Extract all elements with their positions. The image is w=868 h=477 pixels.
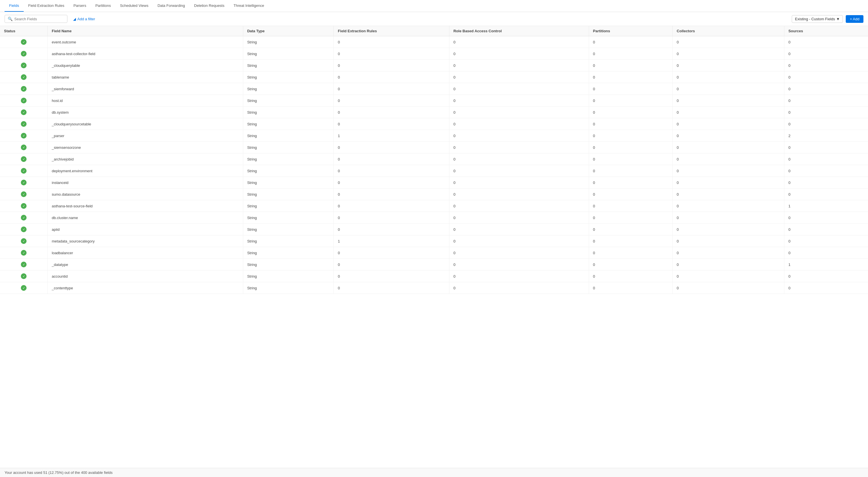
cell-fer: 1 (334, 235, 450, 247)
add-label: + Add (850, 17, 860, 21)
cell-rbac: 0 (449, 270, 589, 282)
cell-sources: 0 (784, 95, 868, 107)
cell-fer: 0 (334, 165, 450, 177)
active-icon: ✓ (21, 180, 27, 185)
col-header-partitions[interactable]: Partitions (589, 26, 673, 36)
table-row[interactable]: ✓ apiid String 0 0 0 0 0 (0, 223, 868, 235)
table-row[interactable]: ✓ _cloudquerytable String 0 0 0 0 0 (0, 60, 868, 71)
cell-status: ✓ (0, 212, 48, 223)
cell-status: ✓ (0, 83, 48, 95)
cell-datatype: String (243, 247, 334, 259)
table-row[interactable]: ✓ _archivejobid String 0 0 0 0 0 (0, 153, 868, 165)
table-row[interactable]: ✓ sumo.datasource String 0 0 0 0 0 (0, 188, 868, 200)
table-row[interactable]: ✓ asthana-test-source-field String 0 0 0… (0, 200, 868, 212)
cell-status: ✓ (0, 270, 48, 282)
add-button[interactable]: + Add (846, 15, 863, 23)
col-header-fieldname[interactable]: Field Name (48, 26, 243, 36)
table-row[interactable]: ✓ _siemsensorzone String 0 0 0 0 0 (0, 142, 868, 153)
search-box[interactable]: 🔍 (5, 15, 67, 23)
table-row[interactable]: ✓ _cloudquerysourcetable String 0 0 0 0 … (0, 118, 868, 130)
active-icon: ✓ (21, 191, 27, 197)
cell-status: ✓ (0, 259, 48, 270)
cell-status: ✓ (0, 48, 48, 60)
table-row[interactable]: ✓ accountid String 0 0 0 0 0 (0, 270, 868, 282)
cell-partitions: 0 (589, 71, 673, 83)
cell-status: ✓ (0, 60, 48, 71)
view-dropdown[interactable]: Existing - Custom Fields ▼ (792, 15, 843, 23)
col-header-sources[interactable]: Sources (784, 26, 868, 36)
table-row[interactable]: ✓ db.cluster.name String 0 0 0 0 0 (0, 212, 868, 223)
cell-partitions: 0 (589, 142, 673, 153)
table-row[interactable]: ✓ deployment.environment String 0 0 0 0 … (0, 165, 868, 177)
table-row[interactable]: ✓ event.outcome String 0 0 0 0 0 (0, 36, 868, 48)
tab-threat-intelligence[interactable]: Threat Intelligence (229, 0, 269, 12)
table-row[interactable]: ✓ _parser String 1 0 0 0 2 (0, 130, 868, 142)
active-icon: ✓ (21, 86, 27, 92)
tab-partitions[interactable]: Partitions (91, 0, 115, 12)
cell-partitions: 0 (589, 118, 673, 130)
tab-data-forwarding[interactable]: Data Forwarding (153, 0, 190, 12)
col-header-fer[interactable]: Field Extraction Rules (334, 26, 450, 36)
cell-status: ✓ (0, 177, 48, 188)
cell-rbac: 0 (449, 130, 589, 142)
cell-collectors: 0 (673, 142, 784, 153)
col-header-collectors[interactable]: Collectors (673, 26, 784, 36)
cell-rbac: 0 (449, 107, 589, 118)
cell-status: ✓ (0, 130, 48, 142)
filter-button[interactable]: ◢ Add a filter (71, 16, 97, 23)
cell-fer: 0 (334, 177, 450, 188)
col-header-rbac[interactable]: Role Based Access Control (449, 26, 589, 36)
cell-partitions: 0 (589, 177, 673, 188)
cell-fer: 0 (334, 83, 450, 95)
table-row[interactable]: ✓ _contenttype String 0 0 0 0 0 (0, 282, 868, 294)
table-row[interactable]: ✓ instanceid String 0 0 0 0 0 (0, 177, 868, 188)
cell-sources: 0 (784, 177, 868, 188)
cell-datatype: String (243, 282, 334, 294)
cell-fieldname: asthana-test-collector-field (48, 48, 243, 60)
cell-datatype: String (243, 165, 334, 177)
tab-fields[interactable]: Fields (5, 0, 24, 12)
cell-rbac: 0 (449, 36, 589, 48)
cell-rbac: 0 (449, 48, 589, 60)
cell-sources: 0 (784, 282, 868, 294)
cell-rbac: 0 (449, 235, 589, 247)
table-row[interactable]: ✓ loadbalancer String 0 0 0 0 0 (0, 247, 868, 259)
tab-scheduled-views[interactable]: Scheduled Views (115, 0, 153, 12)
cell-partitions: 0 (589, 48, 673, 60)
cell-fieldname: tablename (48, 71, 243, 83)
cell-status: ✓ (0, 165, 48, 177)
cell-fieldname: metadata_sourcecategory (48, 235, 243, 247)
active-icon: ✓ (21, 51, 27, 57)
chevron-down-icon: ▼ (836, 17, 840, 21)
table-container: Status Field Name Data Type Field Extrac… (0, 26, 868, 469)
table-row[interactable]: ✓ host.id String 0 0 0 0 0 (0, 95, 868, 107)
cell-fieldname: db.cluster.name (48, 212, 243, 223)
search-input[interactable] (14, 17, 60, 21)
active-icon: ✓ (21, 98, 27, 103)
tab-field-extraction-rules[interactable]: Field Extraction Rules (24, 0, 69, 12)
table-row[interactable]: ✓ _siemforward String 0 0 0 0 0 (0, 83, 868, 95)
tab-parsers[interactable]: Parsers (69, 0, 91, 12)
table-row[interactable]: ✓ db.system String 0 0 0 0 0 (0, 107, 868, 118)
table-row[interactable]: ✓ asthana-test-collector-field String 0 … (0, 48, 868, 60)
cell-datatype: String (243, 188, 334, 200)
table-row[interactable]: ✓ _datatype String 0 0 0 0 1 (0, 259, 868, 270)
cell-datatype: String (243, 259, 334, 270)
col-header-datatype[interactable]: Data Type (243, 26, 334, 36)
cell-datatype: String (243, 223, 334, 235)
cell-sources: 0 (784, 188, 868, 200)
cell-datatype: String (243, 60, 334, 71)
tab-deletion-requests[interactable]: Deletion Requests (190, 0, 229, 12)
table-row[interactable]: ✓ tablename String 0 0 0 0 0 (0, 71, 868, 83)
cell-fer: 0 (334, 142, 450, 153)
cell-status: ✓ (0, 153, 48, 165)
cell-fieldname: loadbalancer (48, 247, 243, 259)
cell-partitions: 0 (589, 223, 673, 235)
cell-sources: 0 (784, 36, 868, 48)
cell-partitions: 0 (589, 153, 673, 165)
cell-partitions: 0 (589, 83, 673, 95)
cell-datatype: String (243, 71, 334, 83)
active-icon: ✓ (21, 227, 27, 232)
active-icon: ✓ (21, 215, 27, 220)
table-row[interactable]: ✓ metadata_sourcecategory String 1 0 0 0… (0, 235, 868, 247)
